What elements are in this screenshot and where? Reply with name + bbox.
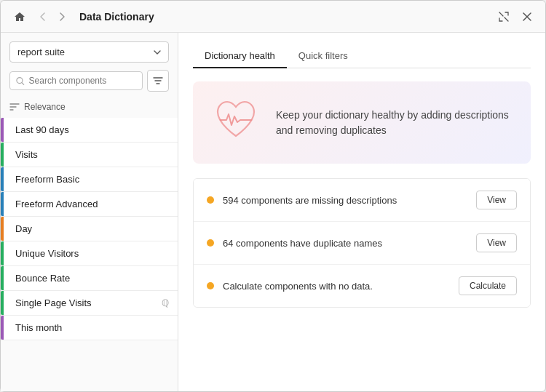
health-action-button[interactable]: View [476,191,517,209]
health-item: 64 components have duplicate names View [194,222,530,265]
component-list: Last 90 days Visits Freeform Basic Freef… [1,118,178,383]
search-icon [16,76,25,86]
list-item[interactable]: Visits [1,143,178,167]
sort-row: Relevance [9,102,169,112]
health-items-list: 594 components are missing descriptions … [193,178,531,308]
sort-icon [9,103,20,111]
list-item[interactable]: Day [1,217,178,241]
heart-health-icon [210,96,261,149]
health-action-button[interactable]: Calculate [459,276,517,295]
search-row [9,70,169,92]
search-box[interactable] [9,71,143,90]
list-item[interactable]: Freeform Basic [1,167,178,192]
item-label: Visits [15,149,169,160]
item-label: Last 90 days [15,124,169,135]
health-item-label: 594 components are missing descriptions [223,195,476,206]
list-item[interactable]: Unique Visitors [1,241,178,266]
right-panel: Dictionary health Quick filters Keep you… [178,33,545,391]
health-action-button[interactable]: View [476,233,517,252]
list-item[interactable]: Last 90 days [1,118,178,143]
item-color-stripe [1,167,4,191]
health-status-dot [207,196,214,204]
title-bar: Data Dictionary [1,1,545,33]
item-color-stripe [1,241,4,265]
banner-text: Keep your dictionary healthy by adding d… [276,108,513,138]
item-label: Freeform Advanced [15,199,169,209]
window-title: Data Dictionary [79,11,154,23]
list-item[interactable]: This month [1,316,178,340]
expand-button[interactable] [494,7,513,26]
item-label: This month [15,322,169,333]
item-color-stripe [1,266,4,290]
health-item: 594 components are missing descriptions … [194,179,530,222]
filter-button[interactable] [147,70,169,92]
health-item-label: 64 components have duplicate names [223,238,476,249]
chevron-down-icon [154,50,161,55]
item-color-stripe [1,143,4,167]
item-label: Day [15,223,169,234]
item-color-stripe [1,192,4,216]
title-bar-controls [494,7,537,26]
item-label: Freeform Basic [15,174,169,185]
item-label: Unique Visitors [15,248,169,259]
health-status-dot [207,239,214,247]
main-window: Data Dictionary report suite [0,0,546,392]
list-item[interactable]: Bounce Rate [1,266,178,291]
adobe-icon: ℚ [162,297,169,308]
health-banner: Keep your dictionary healthy by adding d… [193,81,531,164]
list-item[interactable]: Freeform Advanced [1,192,178,217]
tab-quick-filters[interactable]: Quick filters [287,44,360,68]
tab-bar: Dictionary health Quick filters [193,44,531,68]
filter-icon [153,76,163,86]
item-color-stripe [1,291,4,315]
close-button[interactable] [518,7,537,26]
title-bar-left: Data Dictionary [9,7,154,27]
item-color-stripe [1,217,4,241]
item-color-stripe [1,118,4,142]
health-status-dot [207,282,214,289]
list-item[interactable]: Single Page Visits ℚ [1,291,178,316]
sidebar: report suite [1,33,178,391]
health-item-label: Calculate components with no data. [223,281,459,292]
home-button[interactable] [9,7,30,27]
item-color-stripe [1,316,4,340]
item-label: Bounce Rate [15,273,169,284]
main-content: report suite [1,33,545,391]
forward-button[interactable] [55,9,71,25]
item-label: Single Page Visits [15,297,162,308]
report-suite-dropdown[interactable]: report suite [9,41,169,63]
sort-label: Relevance [24,102,66,112]
tab-dictionary-health[interactable]: Dictionary health [193,44,287,68]
back-button[interactable] [34,9,50,25]
report-suite-label: report suite [17,47,65,57]
search-input[interactable] [29,76,136,86]
health-item: Calculate components with no data. Calcu… [194,265,530,307]
